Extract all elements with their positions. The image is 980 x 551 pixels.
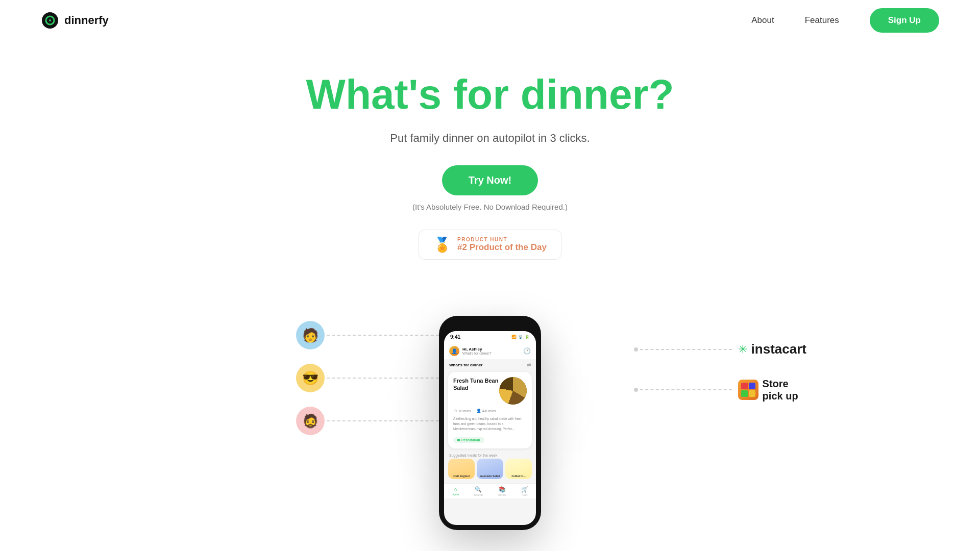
phone-status-icons: 📶 📡 🔋 [511, 335, 530, 339]
suggested-item-3[interactable]: Grilled C... [505, 459, 532, 479]
navbar: dinnerfy About Features Sign Up [0, 0, 980, 41]
dashed-line-store [640, 389, 732, 390]
logo[interactable]: dinnerfy [41, 11, 109, 30]
instacart-logo: ✳ instacart [738, 341, 806, 357]
about-link[interactable]: About [751, 15, 774, 26]
recipe-servings-value: 4-6 mins [482, 409, 496, 413]
avatar-1: 🧑 [296, 321, 325, 349]
ph-rank: #2 Product of the Day [457, 242, 547, 253]
instacart-icon: ✳ [738, 343, 747, 356]
pbn-search-label: Search [474, 493, 483, 496]
store-grid [741, 383, 755, 397]
avatar-3: 🧔 [296, 407, 325, 435]
app-header-left: 👤 Hi, Ashley What's for dinner? [449, 346, 492, 356]
home-icon: ⌂ [454, 486, 457, 492]
dashed-line-1 [327, 335, 439, 336]
suggested-item-2-label: Avocado Salad [480, 474, 500, 478]
logo-text: dinnerfy [64, 14, 109, 27]
dashed-line-3 [327, 420, 439, 421]
suggested-item-1-label: Fruit Yoghurt [453, 474, 470, 478]
store-text-line1: Store [763, 378, 798, 390]
recipe-description: A refreshing and healthy salad made with… [453, 416, 527, 431]
instacart-text: instacart [751, 341, 806, 357]
suggested-row: Fruit Yoghurt Avocado Salad Grilled C... [444, 459, 536, 483]
avatar-2: 😎 [296, 364, 325, 392]
recipe-tag: Pescatarian [453, 437, 484, 443]
pbn-home[interactable]: ⌂ Home [452, 486, 459, 496]
pbn-library-label: Library [498, 493, 506, 496]
app-greeting: Hi, Ashley [462, 347, 492, 352]
tag-dot [457, 439, 460, 441]
suggested-item-2[interactable]: Avocado Salad [477, 459, 503, 479]
product-hunt-badge[interactable]: 🏅 PRODUCT HUNT #2 Product of the Day [419, 230, 561, 260]
signup-button[interactable]: Sign Up [870, 8, 939, 33]
recipe-time: ⏱ 10 mins [453, 409, 471, 413]
store-cell-2 [749, 383, 755, 389]
dashed-line-2 [327, 378, 439, 379]
recipe-image [499, 377, 527, 405]
try-now-button[interactable]: Try Now! [442, 165, 538, 195]
store-cell-3 [741, 390, 748, 397]
clock-icon: ⏱ [453, 409, 457, 413]
section-label-text: What's for dinner [449, 363, 482, 367]
recipe-servings: 👤 4-6 mins [476, 409, 496, 413]
app-user-avatar: 👤 [449, 346, 459, 356]
store-text-line2: pick up [763, 390, 798, 402]
dashed-line-instacart [640, 349, 732, 350]
recipe-tag-text: Pescatarian [461, 438, 480, 442]
app-demo-section: 🧑 😎 🧔 9:41 📶 📡 [0, 280, 980, 535]
pbn-cart[interactable]: 🛒 Cart [521, 486, 528, 496]
ph-text: PRODUCT HUNT #2 Product of the Day [457, 237, 547, 253]
search-icon: 🔍 [475, 486, 482, 493]
recipe-card[interactable]: Fresh Tuna Bean Salad ⏱ 10 mins 👤 4-6 mi… [448, 372, 532, 448]
right-integrations: ✳ instacart Store pick up [634, 341, 806, 402]
person-icon: 👤 [476, 409, 481, 413]
store-icon-box [738, 380, 758, 400]
pbn-search[interactable]: 🔍 Search [474, 486, 483, 496]
dot-end-store [634, 388, 638, 392]
svg-point-2 [49, 19, 51, 21]
features-link[interactable]: Features [805, 15, 839, 26]
phone-mockup: 9:41 📶 📡 🔋 👤 Hi, Ashley What's for dinne… [439, 316, 541, 530]
store-pickup-logo: Store pick up [738, 378, 798, 402]
store-pickup-text: Store pick up [763, 378, 798, 402]
shuffle-icon[interactable]: ⇌ [527, 362, 531, 368]
suggested-label: Suggested meals for the week [444, 450, 536, 459]
phone-notch [475, 323, 505, 327]
store-cell-1 [741, 383, 748, 389]
phone-body: 9:41 📶 📡 🔋 👤 Hi, Ashley What's for dinne… [439, 316, 541, 530]
store-pickup-row: Store pick up [634, 378, 806, 402]
medal-icon: 🏅 [433, 236, 451, 253]
phone-screen: 9:41 📶 📡 🔋 👤 Hi, Ashley What's for dinne… [444, 331, 536, 525]
phone-bottom-nav: ⌂ Home 🔍 Search 📚 Library 🛒 Cart [444, 483, 536, 498]
avatar-row-1: 🧑 [296, 321, 445, 349]
recipe-meta: ⏱ 10 mins 👤 4-6 mins [453, 409, 527, 413]
suggested-item-1[interactable]: Fruit Yoghurt [448, 459, 475, 479]
avatar-row-3: 🧔 [296, 407, 445, 435]
logo-icon [41, 11, 59, 30]
recipe-card-top: Fresh Tuna Bean Salad [453, 377, 527, 405]
free-note: (It's Absolutely Free. No Download Requi… [0, 203, 980, 211]
recipe-img-inner [499, 377, 527, 405]
hero-section: What's for dinner? Put family dinner on … [0, 41, 980, 280]
instacart-row: ✳ instacart [634, 341, 806, 357]
pbn-library[interactable]: 📚 Library [498, 486, 506, 496]
nav-links: About Features Sign Up [751, 8, 939, 33]
dot-end-instacart [634, 347, 638, 352]
history-icon[interactable]: 🕐 [523, 347, 531, 355]
hero-subtitle: Put family dinner on autopilot in 3 clic… [0, 132, 980, 145]
recipe-time-value: 10 mins [458, 409, 471, 413]
recipe-title: Fresh Tuna Bean Salad [453, 377, 499, 392]
ph-label: PRODUCT HUNT [457, 237, 547, 242]
avatar-row-2: 😎 [296, 364, 445, 392]
suggested-item-3-label: Grilled C... [511, 474, 526, 478]
section-label: What's for dinner ⇌ [444, 359, 536, 370]
cart-icon: 🛒 [521, 486, 528, 493]
hero-title: What's for dinner? [0, 71, 980, 117]
store-cell-4 [749, 390, 755, 397]
left-avatars: 🧑 😎 🧔 [296, 321, 445, 435]
app-sub-greeting: What's for dinner? [462, 352, 492, 355]
library-icon: 📚 [499, 486, 506, 493]
phone-time: 9:41 [450, 334, 460, 340]
app-header: 👤 Hi, Ashley What's for dinner? 🕐 [444, 342, 536, 359]
